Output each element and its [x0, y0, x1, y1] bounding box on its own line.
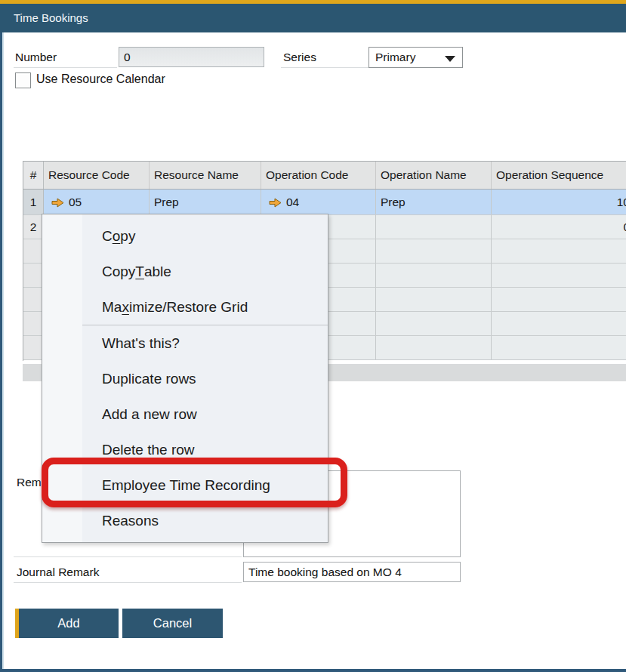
operation-sequence-cell[interactable]	[492, 312, 626, 335]
col-header-operation-code[interactable]: Operation Code	[261, 162, 376, 189]
operation-sequence-cell[interactable]	[492, 264, 626, 287]
number-label: Number	[15, 51, 57, 63]
window-bottom-border	[0, 669, 626, 672]
row-number-cell[interactable]: 2	[23, 215, 44, 239]
time-bookings-window: Time Bookings Number 0 Series Primary Us…	[0, 0, 626, 672]
use-resource-calendar-label: Use Resource Calendar	[36, 72, 165, 86]
operation-code-cell[interactable]: 04	[261, 190, 376, 214]
series-label-cell: Series	[281, 47, 369, 68]
menu-item-duplicate-rows[interactable]: Duplicate rows	[42, 361, 328, 396]
col-header-resource-name[interactable]: Resource Name	[150, 162, 261, 189]
journal-remark-input[interactable]: Time booking based on MO 4	[243, 562, 461, 582]
row-number-cell[interactable]	[23, 312, 44, 335]
menu-item-copy-table[interactable]: Copy Table	[42, 254, 328, 289]
table-row[interactable]: 1 05 Prep 04 Prep 10	[23, 190, 626, 215]
resource-name-cell[interactable]: Prep	[150, 190, 261, 214]
operation-code-value: 04	[286, 196, 299, 209]
col-header-row-number[interactable]: #	[23, 162, 44, 189]
link-arrow-icon[interactable]	[51, 197, 64, 207]
menu-item-employee-time-recording[interactable]: Employee Time Recording	[42, 467, 328, 503]
journal-remark-label-cell: Journal Remark	[14, 562, 242, 583]
cancel-button[interactable]: Cancel	[122, 609, 223, 638]
grid-context-menu: Copy Copy Table Maximize/Restore Grid Wh…	[42, 214, 328, 543]
grid-header-row: # Resource Code Resource Name Operation …	[23, 162, 626, 190]
resource-code-cell[interactable]: 05	[44, 190, 150, 214]
chevron-down-icon	[445, 56, 455, 62]
menu-item-add-a-new-row[interactable]: Add a new row	[42, 396, 328, 432]
row-number-cell[interactable]	[23, 264, 44, 287]
row-number-cell[interactable]: 1	[23, 190, 44, 214]
operation-sequence-cell[interactable]: 0	[492, 215, 626, 239]
menu-item-whats-this[interactable]: What's this?	[42, 325, 328, 361]
number-label-cell: Number	[14, 47, 117, 68]
operation-name-cell[interactable]	[376, 239, 492, 263]
operation-name-cell[interactable]: Prep	[376, 190, 492, 214]
window-title: Time Bookings	[14, 4, 88, 32]
menu-item-delete-the-row[interactable]: Delete the row	[42, 432, 328, 467]
operation-name-cell[interactable]	[376, 288, 492, 311]
col-header-resource-code[interactable]: Resource Code	[44, 162, 150, 189]
series-dropdown[interactable]: Primary	[369, 47, 463, 68]
number-input[interactable]: 0	[119, 47, 264, 67]
menu-item-reasons[interactable]: Reasons	[42, 503, 328, 538]
operation-sequence-cell[interactable]	[492, 336, 626, 359]
use-resource-calendar-checkbox[interactable]	[15, 72, 31, 88]
row-number-cell[interactable]	[23, 239, 44, 263]
operation-sequence-cell[interactable]	[492, 239, 626, 263]
menu-item-maximize-restore-grid[interactable]: Maximize/Restore Grid	[42, 289, 328, 325]
add-button[interactable]: Add	[15, 609, 119, 638]
menu-item-copy[interactable]: Copy	[42, 218, 328, 254]
row-number-cell[interactable]	[23, 336, 44, 359]
resource-code-value: 05	[69, 196, 82, 209]
row-number-cell[interactable]	[23, 288, 44, 311]
operation-name-cell[interactable]	[376, 312, 492, 335]
operation-sequence-cell[interactable]	[492, 288, 626, 311]
operation-name-cell[interactable]	[376, 264, 492, 287]
col-header-operation-name[interactable]: Operation Name	[376, 162, 492, 189]
series-label: Series	[283, 51, 316, 63]
window-left-border-inner	[2, 32, 4, 670]
col-header-operation-sequence[interactable]: Operation Sequence	[492, 162, 626, 189]
journal-remark-label: Journal Remark	[17, 566, 99, 578]
operation-sequence-cell[interactable]: 10	[492, 190, 626, 214]
window-titlebar: Time Bookings	[0, 4, 626, 32]
operation-name-cell[interactable]	[376, 336, 492, 359]
series-dropdown-value: Primary	[375, 51, 415, 64]
link-arrow-icon[interactable]	[269, 197, 282, 207]
operation-name-cell[interactable]	[376, 215, 492, 239]
